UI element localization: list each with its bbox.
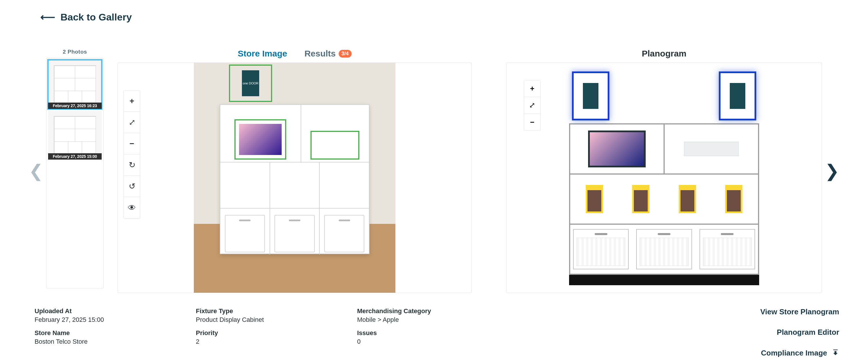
planogram-product	[586, 185, 603, 213]
action-label: Compliance Image	[761, 349, 827, 358]
arrow-left-icon: ⟵	[40, 12, 55, 23]
rotate-right-button[interactable]: ↻	[124, 154, 140, 176]
store-image-viewer: + ⤢ − ↻ ↺ 👁 one DOOR	[118, 62, 472, 293]
thumbnail-list: February 27, 2025 16:23 February 27, 202…	[46, 58, 104, 289]
store-name-value: Boston Telco Store	[35, 338, 196, 345]
photos-count-header: 2 Photos	[46, 49, 104, 55]
thumbnail-timestamp: February 27, 2025 16:23	[48, 102, 102, 109]
sign-text: one DOOR	[242, 70, 259, 96]
planogram-canvas[interactable]	[569, 71, 759, 285]
download-icon	[832, 348, 839, 358]
zoom-in-button[interactable]: +	[524, 80, 540, 97]
eye-icon: 👁	[128, 203, 136, 213]
planogram-product	[679, 185, 696, 213]
rotate-left-icon: ↺	[129, 181, 135, 191]
results-badge: 3/4	[339, 50, 352, 58]
priority-label: Priority	[196, 329, 357, 337]
issues-label: Issues	[357, 329, 518, 337]
planogram-sign	[572, 71, 609, 120]
planogram-sign	[719, 71, 756, 120]
chevron-right-icon: ❯	[825, 161, 839, 181]
thumbnail-item[interactable]: February 27, 2025 15:00	[48, 111, 102, 160]
planogram-title: Planogram	[506, 49, 822, 59]
action-label: Planogram Editor	[777, 328, 839, 337]
fit-screen-button[interactable]: ⤢	[524, 97, 540, 114]
fit-screen-button[interactable]: ⤢	[124, 112, 140, 133]
merch-category-value: Mobile > Apple	[357, 316, 518, 324]
thumbnail-timestamp: February 27, 2025 15:00	[48, 153, 102, 160]
detected-product	[235, 119, 286, 160]
zoom-out-button[interactable]: −	[524, 114, 540, 130]
rotate-right-icon: ↻	[129, 160, 135, 170]
back-to-gallery-link[interactable]: ⟵ Back to Gallery	[40, 11, 132, 23]
expand-icon: ⤢	[529, 101, 535, 110]
thumbnail-preview	[48, 60, 102, 109]
zoom-in-button[interactable]: +	[124, 90, 140, 112]
minus-icon: −	[530, 118, 534, 127]
minus-icon: −	[130, 139, 134, 148]
chevron-left-icon: ❮	[29, 161, 43, 181]
issues-value: 0	[357, 338, 518, 345]
drawer	[324, 215, 364, 252]
fixture-type-label: Fixture Type	[196, 307, 357, 315]
action-label: View Store Planogram	[760, 307, 839, 316]
view-store-planogram-link[interactable]: View Store Planogram	[760, 307, 839, 316]
planogram-product	[725, 185, 742, 213]
thumbnail-preview	[48, 111, 102, 160]
zoom-out-button[interactable]: −	[124, 133, 140, 154]
planogram-zoom-controls: + ⤢ −	[524, 80, 540, 131]
planogram-editor-link[interactable]: Planogram Editor	[777, 328, 839, 337]
store-name-label: Store Name	[35, 329, 196, 337]
compliance-image-link[interactable]: Compliance Image	[761, 348, 839, 358]
plus-icon: +	[130, 96, 134, 106]
thumbnail-item[interactable]: February 27, 2025 16:23	[48, 60, 102, 109]
back-label: Back to Gallery	[60, 11, 132, 23]
plus-icon: +	[530, 84, 534, 93]
merch-category-label: Merchandising Category	[357, 307, 518, 315]
drawer	[225, 215, 265, 252]
planogram-product	[684, 142, 739, 156]
tab-results[interactable]: Results 3/4	[304, 49, 351, 59]
fixture-type-value: Product Display Cabinet	[196, 316, 357, 324]
store-photo[interactable]: one DOOR	[194, 63, 395, 293]
detected-sign: one DOOR	[229, 64, 272, 102]
visibility-button[interactable]: 👁	[124, 197, 140, 218]
planogram-product	[588, 130, 646, 168]
drawer	[275, 215, 314, 252]
uploaded-at-label: Uploaded At	[35, 307, 196, 315]
planogram-drawer	[573, 229, 629, 269]
uploaded-at-value: February 27, 2025 15:00	[35, 316, 196, 324]
priority-value: 2	[196, 338, 357, 345]
rotate-left-button[interactable]: ↺	[124, 176, 140, 197]
zoom-controls: + ⤢ − ↻ ↺ 👁	[124, 90, 140, 219]
tab-label: Results	[304, 49, 336, 59]
planogram-drawer	[700, 229, 755, 269]
detected-product	[310, 131, 360, 160]
tab-store-image[interactable]: Store Image	[238, 49, 287, 59]
planogram-drawer	[636, 229, 692, 269]
tab-bar: Store Image Results 3/4	[118, 49, 472, 59]
planogram-viewer: + ⤢ −	[506, 62, 822, 293]
tab-label: Store Image	[238, 49, 287, 59]
next-arrow[interactable]: ❯	[822, 49, 842, 293]
prev-arrow[interactable]: ❮	[26, 49, 46, 293]
expand-icon: ⤢	[129, 118, 135, 127]
planogram-product	[632, 185, 649, 213]
